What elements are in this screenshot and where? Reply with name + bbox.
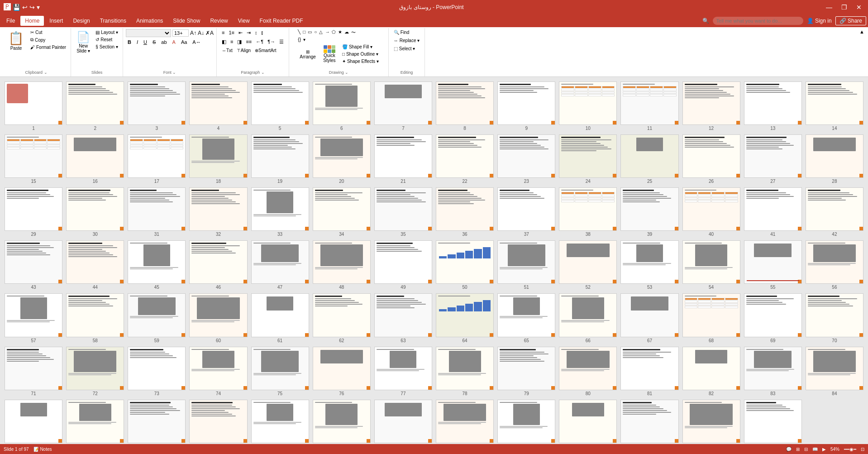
slide-item[interactable]: 85 (5, 400, 62, 449)
slide-item[interactable]: 94 (559, 400, 617, 449)
shape-line[interactable]: ╲ (297, 29, 301, 36)
slide-item[interactable]: 29 (5, 187, 62, 237)
increase-indent-button[interactable]: ⇥ (245, 29, 252, 37)
clear-format-button[interactable]: ✗A (205, 30, 214, 36)
columns-button[interactable]: ⫿ (260, 29, 265, 37)
font-case-button[interactable]: Aa (179, 38, 189, 46)
slide-item[interactable]: 92 (436, 400, 494, 449)
slide-item[interactable]: 76 (313, 347, 371, 396)
shape-round-rect[interactable]: ▭ (307, 29, 313, 36)
slide-item[interactable]: 1 (5, 81, 62, 131)
slide-item[interactable]: 93 (497, 400, 555, 449)
slide-item[interactable]: 7 (374, 81, 432, 131)
slide-item[interactable]: 32 (189, 187, 247, 237)
ltr-button[interactable]: ¶→ (266, 38, 277, 46)
comments-button[interactable]: 💬 (786, 447, 792, 452)
slide-item[interactable]: 27 (744, 134, 802, 184)
slide-item[interactable]: 59 (128, 293, 186, 343)
slide-item[interactable]: 13 (744, 81, 802, 131)
slide-item[interactable]: 57 (5, 293, 62, 343)
slide-item[interactable]: 3 (128, 81, 186, 131)
slide-item[interactable]: 42 (806, 187, 863, 237)
slide-sorter-button[interactable]: ⊟ (804, 447, 808, 452)
slide-item[interactable]: 15 (5, 134, 62, 184)
fit-button[interactable]: ⊡ (861, 447, 864, 452)
shape-effects-button[interactable]: ✦ Shape Effects ▾ (340, 58, 381, 65)
paste-button[interactable]: 📋 Paste (5, 29, 28, 53)
slide-item[interactable]: 52 (559, 240, 617, 290)
menu-slideshow[interactable]: Slide Show (168, 16, 205, 26)
section-button[interactable]: § Section ▾ (94, 43, 120, 50)
align-left-button[interactable]: ◧ (220, 38, 228, 46)
slide-item[interactable]: 9 (497, 81, 555, 131)
slide-item[interactable]: 87 (128, 400, 186, 449)
slide-item[interactable]: 60 (189, 293, 247, 343)
normal-view-button[interactable]: ⊞ (796, 447, 800, 452)
slide-item[interactable]: 20 (313, 134, 371, 184)
slide-item[interactable]: 70 (806, 293, 863, 343)
reading-view-button[interactable]: 📖 (812, 447, 818, 452)
select-button[interactable]: ⬚ Select ▾ (392, 45, 417, 52)
sign-in-button[interactable]: 👤 Sign in (807, 18, 832, 24)
shape-more[interactable]: ▾ (302, 37, 306, 43)
slide-item[interactable]: 36 (436, 187, 494, 237)
shape-star[interactable]: ★ (337, 29, 343, 36)
decrease-font-button[interactable]: A↓ (198, 30, 204, 36)
slide-item[interactable]: 69 (744, 293, 802, 343)
quick-styles-button[interactable]: QuickStyles (320, 43, 339, 65)
char-spacing-button[interactable]: A↔ (191, 38, 202, 46)
slide-item[interactable]: 50 (436, 240, 494, 290)
slide-item[interactable]: 66 (559, 293, 617, 343)
convert-smartart-button[interactable]: ⊕SmartArt (253, 47, 277, 54)
menu-review[interactable]: Review (205, 16, 232, 26)
slide-item[interactable]: 26 (682, 134, 740, 184)
decrease-indent-button[interactable]: ⇤ (237, 29, 244, 37)
text-direction-button[interactable]: ↔Txt (220, 47, 234, 54)
slide-item[interactable]: 12 (682, 81, 740, 131)
menu-foxit[interactable]: Foxit Reader PDF (255, 16, 308, 26)
slide-item[interactable]: 46 (189, 240, 247, 290)
slide-item[interactable]: 23 (497, 134, 555, 184)
shadow-button[interactable]: ab (159, 38, 168, 46)
slide-item[interactable]: 33 (251, 187, 309, 237)
bold-button[interactable]: B (126, 38, 133, 46)
share-button[interactable]: 🔗 Share (835, 16, 866, 25)
slide-item[interactable]: 17 (128, 134, 186, 184)
replace-button[interactable]: ↔ Replace ▾ (392, 37, 421, 44)
slide-item[interactable]: 10 (559, 81, 617, 131)
cut-button[interactable]: ✂ Cut (29, 29, 68, 36)
slide-item[interactable]: 51 (497, 240, 555, 290)
find-button[interactable]: 🔍 Find (392, 29, 411, 36)
underline-button[interactable]: U (142, 38, 149, 46)
ribbon-collapse-button[interactable]: ▲ (858, 28, 866, 76)
slide-item[interactable]: 91 (374, 400, 432, 449)
shape-wave[interactable]: 〜 (350, 29, 357, 36)
slide-item[interactable]: 61 (251, 293, 309, 343)
notes-button[interactable]: 📝 Notes (33, 447, 52, 452)
align-right-button[interactable]: ◨ (236, 38, 243, 46)
slide-item[interactable]: 83 (744, 347, 802, 396)
slide-item[interactable]: 45 (128, 240, 186, 290)
slide-item[interactable]: 71 (5, 347, 62, 396)
shape-pentagon[interactable]: ⬠ (331, 29, 337, 36)
slide-item[interactable]: 68 (682, 293, 740, 343)
slide-item[interactable]: 54 (682, 240, 740, 290)
shape-bracket[interactable]: {} (297, 37, 302, 43)
shape-cloud[interactable]: ☁ (343, 29, 350, 36)
slide-item[interactable]: 82 (682, 347, 740, 396)
slide-item[interactable]: 44 (66, 240, 124, 290)
slide-item[interactable]: 24 (559, 134, 617, 184)
slide-item[interactable]: 97 (744, 400, 802, 449)
strikethrough-button[interactable]: S (151, 38, 157, 46)
shape-rect[interactable]: □ (302, 29, 306, 36)
slide-item[interactable]: 64 (436, 293, 494, 343)
customize-icon[interactable]: ▾ (37, 4, 40, 11)
shape-arrow[interactable]: → (324, 29, 330, 36)
slide-item[interactable]: 38 (559, 187, 617, 237)
slide-item[interactable]: 11 (620, 81, 678, 131)
format-painter-button[interactable]: 🖌 Format Painter (29, 44, 68, 51)
restore-button[interactable]: ❐ (839, 4, 850, 11)
slide-item[interactable]: 55 (744, 240, 802, 290)
slide-item[interactable]: 14 (806, 81, 863, 131)
slide-item[interactable]: 19 (251, 134, 309, 184)
